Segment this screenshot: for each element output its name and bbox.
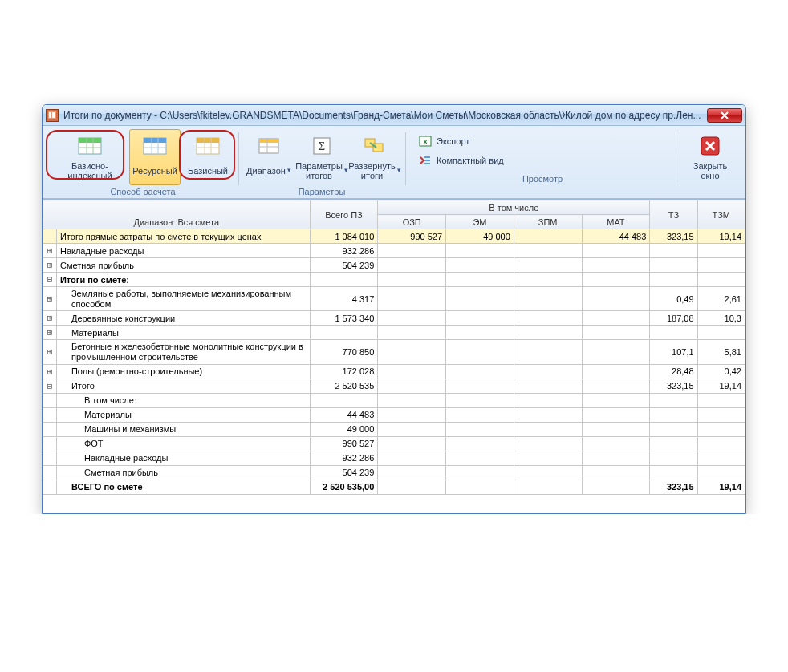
row-name: Материалы [56,407,310,422]
cell-em [446,465,514,480]
header-em[interactable]: ЭМ [446,215,514,229]
table-row[interactable]: Сметная прибыль504 239 [43,465,745,480]
btn-expand[interactable]: Развернуть итоги▾ [349,129,400,185]
svg-text:Σ: Σ [319,140,325,152]
header-ozp[interactable]: ОЗП [378,215,446,229]
grid-scroll-area[interactable]: Диапазон: Вся смета Всего ПЗ В том числе… [43,199,745,513]
table-row[interactable]: ВСЕГО по смете2 520 535,00323,1519,14 [43,480,745,494]
row-name: Сметная прибыль [56,465,310,480]
btn-params[interactable]: Σ Параметры итогов▾ [296,129,347,185]
cell-ozp [378,287,446,311]
cell-zpm [514,436,582,451]
table-row[interactable]: ⊞Материалы [43,326,745,340]
table-row[interactable]: ⊞Сметная прибыль504 239 [43,258,745,273]
cell-tz [650,244,697,258]
header-zpm[interactable]: ЗПМ [514,215,582,229]
app-icon [46,109,59,122]
expand-toggle[interactable]: ⊟ [43,379,57,393]
header-pz[interactable]: Всего ПЗ [310,200,378,229]
btn-export[interactable]: X Экспорт [415,132,508,150]
cell-zpm [514,451,582,465]
close-red-icon [697,133,723,159]
cell-tzm [697,465,745,480]
expand-toggle[interactable]: ⊞ [43,364,57,379]
svg-rect-4 [52,115,55,118]
dropdown-arrow-icon: ▾ [397,167,401,175]
cell-em [446,436,514,451]
cell-zpm [514,273,582,287]
table-row[interactable]: Машины и механизмы49 000 [43,422,745,436]
table-row[interactable]: ⊞Деревянные конструкции1 573 340187,0810… [43,311,745,326]
cell-tz [650,407,697,422]
titlebar[interactable]: Итоги по документу - C:\Users\fkitelev.G… [43,105,745,126]
table-row[interactable]: ⊞Накладные расходы932 286 [43,244,745,258]
cell-pz [310,393,378,407]
header-tzm[interactable]: ТЗМ [697,200,745,229]
cell-zpm [514,364,582,379]
cell-tz: 28,48 [650,364,697,379]
table-row[interactable]: ФОТ990 527 [43,436,745,451]
btn-basis-index[interactable]: Базисно-индексный [52,129,128,185]
row-name: Материалы [56,326,310,340]
dropdown-arrow-icon: ▾ [344,167,348,175]
table-row[interactable]: ⊞Земляные работы, выполняемые механизиро… [43,287,745,311]
cell-tzm: 19,14 [697,229,745,244]
expand-toggle[interactable]: ⊞ [43,340,57,364]
expand-toggle[interactable]: ⊟ [43,273,57,287]
compact-icon [419,154,432,167]
btn-basis[interactable]: Базисный [182,129,234,185]
table-row[interactable]: Накладные расходы932 286 [43,451,745,465]
cell-pz: 172 028 [310,364,378,379]
header-range[interactable]: Диапазон: Вся смета [43,200,311,229]
cell-tzm [697,273,745,287]
cell-em [446,244,514,258]
row-name: ВСЕГО по смете [56,480,310,494]
btn-close-window[interactable]: Закрыть окно [684,129,736,185]
table-row[interactable]: Итого прямые затраты по смете в текущих … [43,229,745,244]
cell-ozp [378,326,446,340]
svg-rect-21 [259,139,278,143]
header-mat[interactable]: МАТ [582,215,650,229]
cell-tz: 323,15 [650,229,697,244]
cell-pz: 1 573 340 [310,311,378,326]
table-header: Диапазон: Вся смета Всего ПЗ В том числе… [43,200,745,229]
cell-tz [650,258,697,273]
btn-range[interactable]: Диапазон▾ [243,129,294,185]
expand-toggle[interactable]: ⊞ [43,326,57,340]
expand-toggle [43,465,57,480]
cell-mat: 44 483 [582,229,650,244]
cell-ozp [378,393,446,407]
cell-ozp: 990 527 [378,229,446,244]
expand-toggle[interactable]: ⊞ [43,287,57,311]
cell-mat [582,244,650,258]
expand-toggle[interactable]: ⊞ [43,311,57,326]
window-title: Итоги по документу - C:\Users\fkitelev.G… [63,110,707,121]
cell-tzm: 19,14 [697,379,745,393]
table-row[interactable]: ⊟Итого2 520 535323,1519,14 [43,379,745,393]
btn-resource[interactable]: Ресурсный [129,129,181,185]
cell-ozp [378,465,446,480]
ribbon-group-params: Диапазон▾ Σ Параметры итогов▾ Развернуть… [238,129,405,198]
cell-ozp [378,451,446,465]
row-name: В том числе: [56,393,310,407]
expand-toggle[interactable]: ⊞ [43,258,57,273]
cell-tz [650,273,697,287]
expand-toggle [43,480,57,494]
cell-zpm [514,340,582,364]
table-row[interactable]: ⊟Итоги по смете: [43,273,745,287]
cell-tzm [697,407,745,422]
cell-zpm [514,287,582,311]
table-row[interactable]: ⊞Бетонные и железобетонные монолитные ко… [43,340,745,364]
header-tz[interactable]: ТЗ [650,200,697,229]
window-close-button[interactable] [707,108,742,123]
row-name: Итоги по смете: [56,273,310,287]
expand-toggle [43,229,57,244]
table-row[interactable]: В том числе: [43,393,745,407]
table-row[interactable]: Материалы44 483 [43,407,745,422]
cell-tzm [697,451,745,465]
table-row[interactable]: ⊞Полы (ремонтно-строительные)172 02828,4… [43,364,745,379]
btn-compact[interactable]: Компактный вид [415,152,508,169]
cell-tzm [697,422,745,436]
header-vtomchisle[interactable]: В том числе [378,200,650,215]
expand-toggle[interactable]: ⊞ [43,244,57,258]
